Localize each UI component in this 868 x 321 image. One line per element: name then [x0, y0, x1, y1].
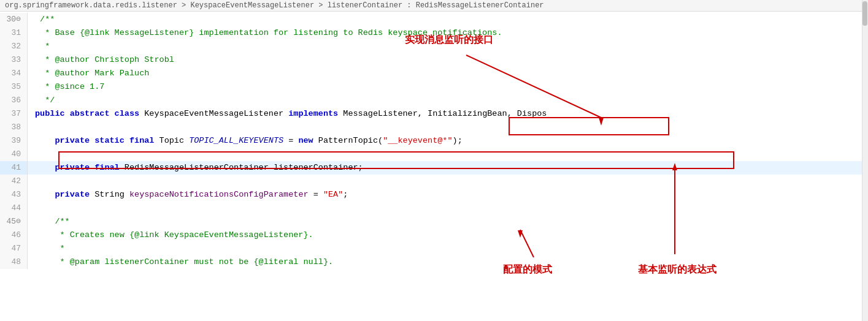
line-number-36: 36	[0, 94, 28, 107]
code-line-31: 31 * Base {@link MessageListener} implem…	[0, 26, 868, 40]
code-area: 30⊖ /** 31 * Base {@link MessageListener…	[0, 12, 868, 269]
line-number-47: 47	[0, 242, 28, 255]
line-number-44: 44	[0, 202, 28, 215]
line-number-32: 32	[0, 40, 28, 53]
line-number-46: 46	[0, 228, 28, 242]
code-line-37: 37 public abstract class KeyspaceEventMe…	[0, 107, 868, 121]
line-number-40: 40	[0, 148, 28, 161]
line-number-33: 33	[0, 53, 28, 67]
line-content-30: /**	[28, 13, 868, 26]
line-content-37: public abstract class KeyspaceEventMessa…	[28, 107, 868, 121]
line-number-42: 42	[0, 175, 28, 188]
code-line-38: 38	[0, 121, 868, 134]
line-number-39: 39	[0, 134, 28, 148]
line-content-47: *	[28, 242, 868, 255]
line-number-48: 48	[0, 255, 28, 269]
line-content-43: private String keyspaceNotificationsConf…	[28, 188, 868, 202]
code-line-40: 40	[0, 148, 868, 161]
line-number-30: 30⊖	[0, 13, 28, 26]
code-line-48: 48 * @param listenerContainer must not b…	[0, 255, 868, 269]
code-line-44: 44	[0, 202, 868, 215]
line-number-45: 45⊖	[0, 215, 28, 228]
line-number-38: 38	[0, 121, 28, 134]
line-number-31: 31	[0, 26, 28, 40]
code-line-32: 32 *	[0, 40, 868, 53]
line-number-37: 37	[0, 107, 28, 121]
editor-container: org.springframework.data.redis.listener …	[0, 0, 868, 321]
line-content-32: *	[28, 40, 868, 53]
code-line-30: 30⊖ /**	[0, 13, 868, 26]
scrollbar-thumb[interactable]	[862, 1, 867, 26]
line-number-35: 35	[0, 80, 28, 94]
line-content-33: * @author Christoph Strobl	[28, 53, 868, 67]
code-line-36: 36 */	[0, 94, 868, 107]
line-number-43: 43	[0, 188, 28, 202]
line-content-36: */	[28, 94, 868, 107]
breadcrumb: org.springframework.data.redis.listener …	[0, 0, 868, 12]
line-content-41: private final RedisMessageListenerContai…	[28, 161, 868, 175]
code-line-41: 41 private final RedisMessageListenerCon…	[0, 161, 868, 175]
line-content-34: * @author Mark Paluch	[28, 67, 868, 80]
line-content-31: * Base {@link MessageListener} implement…	[28, 26, 868, 40]
line-content-45: /**	[28, 215, 868, 228]
code-line-43: 43 private String keyspaceNotificationsC…	[0, 188, 868, 202]
code-line-33: 33 * @author Christoph Strobl	[0, 53, 868, 67]
line-content-46: * Creates new {@link KeyspaceEventMessag…	[28, 228, 868, 242]
line-content-48: * @param listenerContainer must not be {…	[28, 255, 868, 269]
code-line-35: 35 * @since 1.7	[0, 80, 868, 94]
line-content-35: * @since 1.7	[28, 80, 868, 94]
code-line-47: 47 *	[0, 242, 868, 255]
scrollbar-vertical[interactable]	[862, 0, 868, 321]
code-line-45: 45⊖ /**	[0, 215, 868, 228]
code-line-39: 39 private static final Topic TOPIC_ALL_…	[0, 134, 868, 148]
code-line-46: 46 * Creates new {@link KeyspaceEventMes…	[0, 228, 868, 242]
code-line-42: 42	[0, 175, 868, 188]
line-number-41: 41	[0, 161, 28, 175]
line-number-34: 34	[0, 67, 28, 80]
line-content-39: private static final Topic TOPIC_ALL_KEY…	[28, 134, 868, 148]
code-line-34: 34 * @author Mark Paluch	[0, 67, 868, 80]
